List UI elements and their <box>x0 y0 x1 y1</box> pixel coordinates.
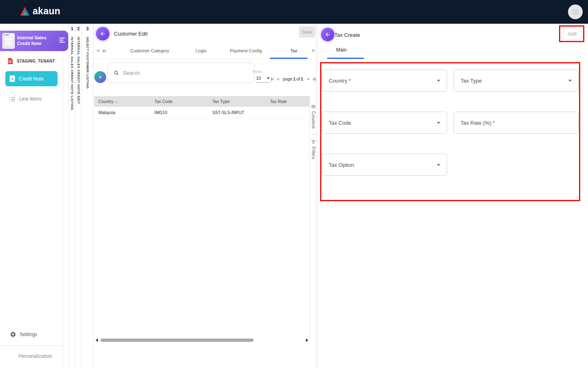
svg-text:$: $ <box>11 77 13 81</box>
active-tab-indicator <box>270 58 307 59</box>
app-name: akaun <box>33 6 60 17</box>
scroll-left-icon[interactable] <box>96 339 98 342</box>
chevron-down-icon <box>437 80 440 82</box>
back-button[interactable] <box>96 27 109 40</box>
column-header-country[interactable]: Country ↓ <box>94 99 150 104</box>
sidebar-item-settings[interactable]: Settings <box>10 331 37 338</box>
pdf-icon <box>7 58 13 65</box>
country-select[interactable]: Country * <box>322 70 447 92</box>
scroll-right-icon[interactable] <box>306 339 308 342</box>
sidebar-item-line-items[interactable]: Line Items <box>9 96 42 102</box>
screen-tab-select-customer[interactable]: 3 SELECT CUSTOMER LISTING <box>81 24 93 368</box>
user-avatar[interactable] <box>568 4 583 19</box>
tab-login[interactable]: Login <box>196 48 207 53</box>
screen-tab-edit[interactable]: 2 INTERNAL SALES CREDIT NOTE EDIT <box>75 24 81 368</box>
tax-type-select[interactable]: Tax Type <box>454 70 579 92</box>
horizontal-scrollbar <box>94 337 316 343</box>
tab-tax[interactable]: Tax <box>290 48 297 53</box>
tabs-scroll-left-icon[interactable]: < <box>97 47 100 54</box>
filter-icon <box>311 140 316 144</box>
credit-note-module-icon: EVENT <box>2 33 15 49</box>
app-logo: akaun <box>20 6 60 17</box>
sidebar-divider <box>0 346 63 346</box>
active-tab-indicator <box>327 58 364 59</box>
tax-table: Country ↓ Tax Code Tax Type Tax Rate Mal… <box>94 96 310 118</box>
gear-icon <box>10 331 16 338</box>
topbar: akaun <box>0 0 588 24</box>
tax-create-panel: Tax Create Add Main Country * Tax Type T… <box>318 24 588 368</box>
tax-option-select[interactable]: Tax Option <box>322 154 447 176</box>
add-row-button[interactable] <box>94 71 106 83</box>
tab-customer-category[interactable]: Customer Category <box>130 48 169 53</box>
app: akaun EVENT Internal Sales Credit Note <box>0 0 588 368</box>
page-title: Tax Create <box>334 32 360 38</box>
rows-per-page-select[interactable]: 10 <box>256 76 270 83</box>
first-page-icon[interactable]: |< <box>271 76 274 81</box>
tab-payment-config[interactable]: Payment Config <box>230 48 262 53</box>
pagination: |< < page1of1 > >| <box>271 76 315 81</box>
tax-code-select[interactable]: Tax Code <box>322 112 447 134</box>
stacked-screen-tabs: 1 INTERNAL SALES CREDIT NOTE LISTING 2 I… <box>63 24 93 368</box>
arrow-left-icon <box>325 31 331 38</box>
module-header[interactable]: EVENT Internal Sales Credit Note <box>0 31 68 51</box>
add-button[interactable]: Add <box>563 28 581 40</box>
table-header-row: Country ↓ Tax Code Tax Type Tax Rate <box>94 96 310 107</box>
chevron-down-icon <box>437 164 440 166</box>
last-page-icon[interactable]: >| <box>312 76 315 81</box>
chevron-down-icon <box>267 77 270 79</box>
sidebar-item-tenant[interactable]: STAGING_TENANT <box>7 58 55 65</box>
screen-tab-listing[interactable]: 1 INTERNAL SALES CREDIT NOTE LISTING <box>69 24 75 368</box>
table-row[interactable]: Malaysia IMG10 SST-SLS-INPUT <box>94 107 310 118</box>
column-header-tax-rate[interactable]: Tax Rate <box>266 99 310 104</box>
search-icon <box>114 70 119 76</box>
prev-page-icon[interactable]: < <box>277 76 279 81</box>
customer-edit-tabs: < in Customer Category Login Payment Con… <box>94 43 316 59</box>
tax-rate-input[interactable]: Tax Rate (%) * <box>454 112 579 134</box>
column-header-tax-type[interactable]: Tax Type <box>208 99 266 104</box>
columns-toggle[interactable]: Columns <box>311 111 316 129</box>
tabs-scroll-right-icon[interactable]: > <box>312 47 315 54</box>
sidebar-item-personalization[interactable]: Personalization <box>18 353 52 359</box>
arrow-left-icon <box>100 31 106 37</box>
table-side-tools: Columns Filters <box>310 96 316 337</box>
chevron-down-icon <box>568 80 572 82</box>
page-indicator: page1of1 <box>283 76 304 81</box>
search-box <box>107 63 254 83</box>
next-page-icon[interactable]: > <box>307 76 309 81</box>
akaun-logo-icon <box>20 7 30 16</box>
sidebar-item-credit-note[interactable]: $ Credit Note <box>5 71 58 86</box>
list-icon <box>9 96 15 102</box>
sort-descending-icon: ↓ <box>115 99 117 104</box>
rows-per-page-label: Rows <box>253 70 262 74</box>
save-button[interactable]: Save <box>299 26 315 38</box>
sidebar: EVENT Internal Sales Credit Note STAGING… <box>0 24 63 368</box>
credit-note-icon: $ <box>9 75 15 82</box>
scrollbar-thumb[interactable] <box>100 339 254 342</box>
chevron-down-icon <box>437 122 440 124</box>
tab-main[interactable]: in <box>102 48 106 53</box>
columns-icon <box>311 104 316 109</box>
back-button[interactable] <box>321 28 334 41</box>
tools-divider <box>311 135 316 135</box>
menu-collapse-icon[interactable] <box>59 38 65 43</box>
module-title: Internal Sales Credit Note <box>17 35 47 47</box>
tab-main[interactable]: Main <box>336 47 347 53</box>
plus-icon <box>98 74 103 80</box>
filters-toggle[interactable]: Filters <box>311 147 316 159</box>
column-header-tax-code[interactable]: Tax Code <box>150 99 208 104</box>
customer-edit-panel: Customer Edit Save < in Customer Categor… <box>93 24 316 368</box>
page-title: Customer Edit <box>114 31 147 37</box>
search-input[interactable] <box>123 70 248 76</box>
